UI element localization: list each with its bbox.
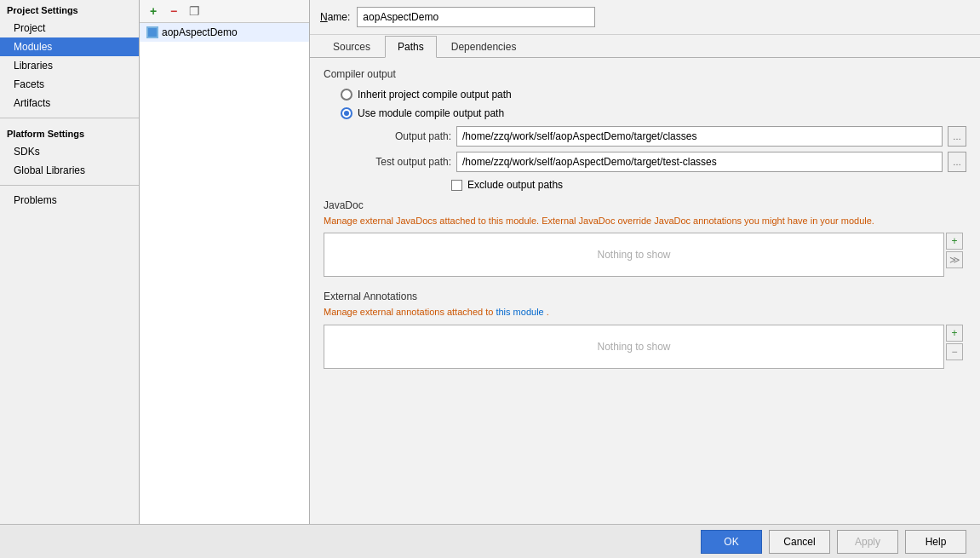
use-module-radio-button[interactable] (341, 107, 352, 119)
cancel-button[interactable]: Cancel (769, 530, 830, 554)
module-item-aopAspectDemo[interactable]: aopAspectDemo (140, 23, 309, 42)
external-annotations-title: External Annotations (324, 291, 966, 302)
test-output-path-browse-button[interactable]: … (948, 152, 966, 172)
javadoc-list-sidebar: + ≫ (946, 233, 963, 268)
compiler-output-header: Compiler output (324, 68, 966, 80)
module-tree-panel: + − ❐ aopAspectDemo (140, 0, 310, 524)
javadoc-list-panel: Nothing to show (324, 233, 944, 277)
use-module-radio-row[interactable]: Use module compile output path (341, 107, 966, 119)
copy-module-button[interactable]: ❐ (186, 3, 203, 19)
module-icon (146, 26, 158, 38)
external-annotations-desc: Manage external annotations attached to … (324, 306, 966, 319)
external-annotations-list-sidebar: + − (946, 325, 963, 360)
use-module-radio-label: Use module compile output path (358, 107, 504, 119)
javadoc-list-wrapper: Nothing to show + ≫ (324, 233, 944, 277)
bottom-bar: OK Cancel Apply Help (0, 524, 980, 558)
sidebar-item-project[interactable]: Project (0, 19, 139, 37)
sidebar: Project Settings Project Modules Librari… (0, 0, 140, 524)
tab-sources[interactable]: Sources (320, 36, 383, 58)
name-input[interactable] (357, 7, 595, 27)
javadoc-scroll-button[interactable]: ≫ (946, 251, 963, 268)
content-area: Name: Sources Paths Dependencies Compile… (310, 0, 980, 524)
output-path-input[interactable] (456, 126, 943, 147)
javadoc-title: JavaDoc (324, 199, 966, 211)
sidebar-item-modules[interactable]: Modules (0, 37, 139, 56)
sidebar-item-global-libraries[interactable]: Global Libraries (0, 161, 139, 180)
module-tree-content: aopAspectDemo (140, 23, 309, 524)
project-settings-header: Project Settings (0, 0, 139, 19)
add-module-button[interactable]: + (145, 3, 162, 19)
external-annotations-list-wrapper: Nothing to show + − (324, 325, 944, 369)
sidebar-item-problems[interactable]: Problems (0, 191, 139, 210)
module-name-label: aopAspectDemo (162, 26, 238, 38)
javadoc-empty-label: Nothing to show (324, 233, 943, 276)
sidebar-item-facets[interactable]: Facets (0, 75, 139, 94)
sidebar-divider-2 (0, 185, 139, 186)
test-output-path-input[interactable] (456, 152, 943, 172)
tab-dependencies[interactable]: Dependencies (438, 36, 530, 58)
test-output-path-label: Test output path: (358, 156, 451, 168)
output-path-browse-button[interactable]: … (948, 126, 966, 147)
external-annotations-add-button[interactable]: + (946, 325, 963, 342)
external-annotations-empty-label: Nothing to show (324, 325, 943, 368)
exclude-checkbox-row: Exclude output paths (451, 179, 966, 191)
apply-button[interactable]: Apply (837, 530, 898, 554)
exclude-checkbox-label: Exclude output paths (467, 179, 563, 191)
tab-paths[interactable]: Paths (385, 36, 437, 58)
sidebar-item-artifacts[interactable]: Artifacts (0, 94, 139, 112)
inherit-radio-row[interactable]: Inherit project compile output path (341, 89, 966, 101)
output-path-row: Output path: … (358, 126, 966, 147)
module-tree-toolbar: + − ❐ (140, 0, 309, 23)
javadoc-section: JavaDoc Manage external JavaDocs attache… (324, 199, 966, 277)
output-path-label: Output path: (358, 130, 451, 142)
test-output-path-row: Test output path: … (358, 152, 966, 172)
help-button[interactable]: Help (905, 530, 966, 554)
javadoc-desc: Manage external JavaDocs attached to thi… (324, 215, 966, 227)
radio-group: Inherit project compile output path Use … (341, 89, 966, 119)
name-label: Name: (320, 11, 350, 23)
external-annotations-minus-button[interactable]: − (946, 343, 963, 360)
external-annotations-section: External Annotations Manage external ann… (324, 291, 966, 368)
panel-content: Compiler output Inherit project compile … (310, 58, 980, 524)
external-annotations-list-panel: Nothing to show (324, 325, 944, 369)
name-row: Name: (310, 0, 980, 35)
main-container: Project Settings Project Modules Librari… (0, 0, 980, 524)
javadoc-add-button[interactable]: + (946, 233, 963, 250)
exclude-checkbox[interactable] (451, 180, 462, 191)
inherit-radio-label: Inherit project compile output path (358, 89, 512, 101)
external-annotations-link[interactable]: this module (496, 307, 543, 317)
sidebar-item-libraries[interactable]: Libraries (0, 56, 139, 75)
sidebar-item-sdks[interactable]: SDKs (0, 142, 139, 161)
sidebar-divider (0, 118, 139, 118)
tabs-row: Sources Paths Dependencies (310, 35, 980, 58)
ok-button[interactable]: OK (701, 530, 762, 554)
remove-module-button[interactable]: − (165, 3, 182, 19)
platform-settings-header: Platform Settings (0, 124, 139, 142)
inherit-radio-button[interactable] (341, 89, 352, 101)
